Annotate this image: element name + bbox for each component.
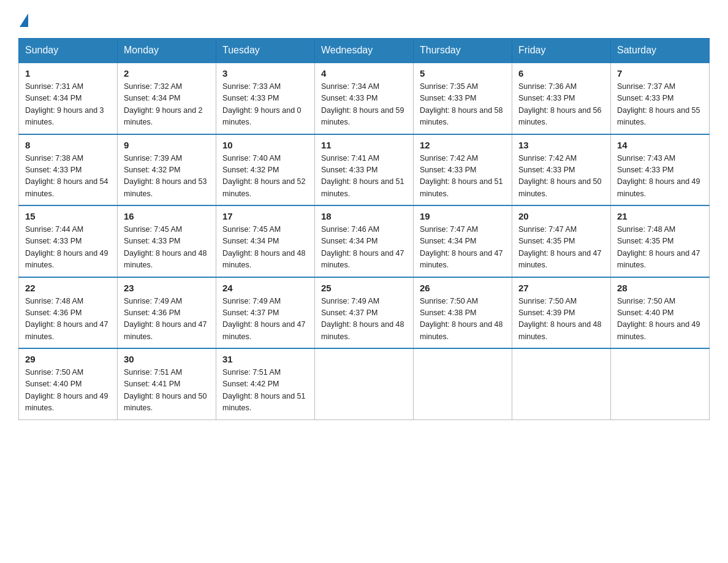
day-number: 17: [222, 211, 308, 221]
day-info: Sunrise: 7:46 AMSunset: 4:34 PMDaylight:…: [321, 224, 407, 272]
calendar-cell: 24 Sunrise: 7:49 AMSunset: 4:37 PMDaylig…: [216, 277, 315, 349]
day-info: Sunrise: 7:43 AMSunset: 4:33 PMDaylight:…: [617, 153, 703, 201]
calendar-cell: 5 Sunrise: 7:35 AMSunset: 4:33 PMDayligh…: [414, 63, 512, 134]
calendar-cell: 20 Sunrise: 7:47 AMSunset: 4:35 PMDaylig…: [512, 205, 611, 277]
day-number: 10: [222, 140, 308, 150]
day-info: Sunrise: 7:36 AMSunset: 4:33 PMDaylight:…: [518, 81, 604, 129]
calendar-cell: 23 Sunrise: 7:49 AMSunset: 4:36 PMDaylig…: [118, 277, 216, 349]
day-number: 9: [124, 140, 210, 150]
day-info: Sunrise: 7:37 AMSunset: 4:33 PMDaylight:…: [617, 81, 703, 129]
calendar-cell: 12 Sunrise: 7:42 AMSunset: 4:33 PMDaylig…: [414, 134, 512, 206]
calendar-cell: 14 Sunrise: 7:43 AMSunset: 4:33 PMDaylig…: [611, 134, 710, 206]
calendar-cell: 21 Sunrise: 7:48 AMSunset: 4:35 PMDaylig…: [611, 205, 710, 277]
calendar-cell: 27 Sunrise: 7:50 AMSunset: 4:39 PMDaylig…: [512, 277, 611, 349]
day-number: 12: [420, 140, 506, 150]
day-number: 24: [222, 283, 308, 293]
calendar-cell: [611, 348, 710, 419]
calendar-cell: 8 Sunrise: 7:38 AMSunset: 4:33 PMDayligh…: [19, 134, 118, 206]
day-info: Sunrise: 7:51 AMSunset: 4:42 PMDaylight:…: [222, 367, 308, 415]
calendar-week-row: 8 Sunrise: 7:38 AMSunset: 4:33 PMDayligh…: [19, 134, 710, 206]
day-number: 4: [321, 68, 407, 79]
day-number: 16: [124, 211, 210, 221]
day-number: 14: [617, 140, 703, 150]
day-number: 30: [124, 354, 210, 364]
calendar-week-row: 22 Sunrise: 7:48 AMSunset: 4:36 PMDaylig…: [19, 277, 710, 349]
calendar-day-header: Sunday: [19, 39, 118, 63]
calendar-cell: 22 Sunrise: 7:48 AMSunset: 4:36 PMDaylig…: [19, 277, 118, 349]
day-info: Sunrise: 7:40 AMSunset: 4:32 PMDaylight:…: [222, 153, 308, 201]
calendar-week-row: 29 Sunrise: 7:50 AMSunset: 4:40 PMDaylig…: [19, 348, 710, 419]
day-number: 7: [617, 68, 703, 79]
day-info: Sunrise: 7:49 AMSunset: 4:37 PMDaylight:…: [222, 296, 308, 343]
day-number: 5: [420, 68, 506, 79]
day-number: 28: [617, 283, 703, 293]
day-info: Sunrise: 7:44 AMSunset: 4:33 PMDaylight:…: [25, 224, 111, 272]
day-number: 22: [25, 283, 111, 293]
day-info: Sunrise: 7:39 AMSunset: 4:32 PMDaylight:…: [124, 153, 210, 201]
calendar-header-row: SundayMondayTuesdayWednesdayThursdayFrid…: [19, 39, 710, 63]
day-info: Sunrise: 7:45 AMSunset: 4:33 PMDaylight:…: [124, 224, 210, 272]
page-header: [18, 12, 710, 27]
day-number: 18: [321, 211, 407, 221]
day-info: Sunrise: 7:49 AMSunset: 4:37 PMDaylight:…: [321, 296, 407, 343]
day-info: Sunrise: 7:42 AMSunset: 4:33 PMDaylight:…: [420, 153, 506, 201]
day-number: 26: [420, 283, 506, 293]
day-info: Sunrise: 7:41 AMSunset: 4:33 PMDaylight:…: [321, 153, 407, 201]
calendar-cell: [512, 348, 611, 419]
day-info: Sunrise: 7:35 AMSunset: 4:33 PMDaylight:…: [420, 81, 506, 129]
calendar-cell: 2 Sunrise: 7:32 AMSunset: 4:34 PMDayligh…: [118, 63, 216, 134]
day-number: 29: [25, 354, 111, 364]
day-info: Sunrise: 7:38 AMSunset: 4:33 PMDaylight:…: [25, 153, 111, 201]
day-number: 1: [25, 68, 111, 79]
calendar-cell: 17 Sunrise: 7:45 AMSunset: 4:34 PMDaylig…: [216, 205, 315, 277]
calendar-cell: 3 Sunrise: 7:33 AMSunset: 4:33 PMDayligh…: [216, 63, 315, 134]
day-number: 25: [321, 283, 407, 293]
day-info: Sunrise: 7:47 AMSunset: 4:35 PMDaylight:…: [518, 224, 604, 272]
day-number: 23: [124, 283, 210, 293]
calendar-week-row: 1 Sunrise: 7:31 AMSunset: 4:34 PMDayligh…: [19, 63, 710, 134]
day-info: Sunrise: 7:50 AMSunset: 4:38 PMDaylight:…: [420, 296, 506, 343]
day-number: 31: [222, 354, 308, 364]
calendar-week-row: 15 Sunrise: 7:44 AMSunset: 4:33 PMDaylig…: [19, 205, 710, 277]
calendar-day-header: Monday: [118, 39, 216, 63]
day-number: 3: [222, 68, 308, 79]
calendar-cell: 31 Sunrise: 7:51 AMSunset: 4:42 PMDaylig…: [216, 348, 315, 419]
calendar-cell: 13 Sunrise: 7:42 AMSunset: 4:33 PMDaylig…: [512, 134, 611, 206]
calendar-cell: 16 Sunrise: 7:45 AMSunset: 4:33 PMDaylig…: [118, 205, 216, 277]
calendar-day-header: Saturday: [611, 39, 710, 63]
calendar-cell: 7 Sunrise: 7:37 AMSunset: 4:33 PMDayligh…: [611, 63, 710, 134]
day-info: Sunrise: 7:50 AMSunset: 4:40 PMDaylight:…: [25, 367, 111, 415]
day-info: Sunrise: 7:50 AMSunset: 4:40 PMDaylight:…: [617, 296, 703, 343]
calendar-cell: 1 Sunrise: 7:31 AMSunset: 4:34 PMDayligh…: [19, 63, 118, 134]
day-number: 6: [518, 68, 604, 79]
day-info: Sunrise: 7:42 AMSunset: 4:33 PMDaylight:…: [518, 153, 604, 201]
calendar-day-header: Thursday: [414, 39, 512, 63]
day-info: Sunrise: 7:32 AMSunset: 4:34 PMDaylight:…: [124, 81, 210, 129]
day-number: 27: [518, 283, 604, 293]
logo-triangle-icon: [20, 13, 28, 27]
calendar-cell: 4 Sunrise: 7:34 AMSunset: 4:33 PMDayligh…: [315, 63, 414, 134]
day-info: Sunrise: 7:34 AMSunset: 4:33 PMDaylight:…: [321, 81, 407, 129]
day-info: Sunrise: 7:45 AMSunset: 4:34 PMDaylight:…: [222, 224, 308, 272]
calendar-cell: 30 Sunrise: 7:51 AMSunset: 4:41 PMDaylig…: [118, 348, 216, 419]
day-number: 11: [321, 140, 407, 150]
calendar-cell: 15 Sunrise: 7:44 AMSunset: 4:33 PMDaylig…: [19, 205, 118, 277]
day-info: Sunrise: 7:48 AMSunset: 4:35 PMDaylight:…: [617, 224, 703, 272]
day-number: 21: [617, 211, 703, 221]
day-info: Sunrise: 7:31 AMSunset: 4:34 PMDaylight:…: [25, 81, 111, 129]
day-number: 13: [518, 140, 604, 150]
calendar-cell: 26 Sunrise: 7:50 AMSunset: 4:38 PMDaylig…: [414, 277, 512, 349]
calendar-cell: 19 Sunrise: 7:47 AMSunset: 4:34 PMDaylig…: [414, 205, 512, 277]
day-info: Sunrise: 7:48 AMSunset: 4:36 PMDaylight:…: [25, 296, 111, 343]
day-info: Sunrise: 7:51 AMSunset: 4:41 PMDaylight:…: [124, 367, 210, 415]
calendar-cell: 28 Sunrise: 7:50 AMSunset: 4:40 PMDaylig…: [611, 277, 710, 349]
calendar-cell: [315, 348, 414, 419]
day-number: 15: [25, 211, 111, 221]
day-info: Sunrise: 7:33 AMSunset: 4:33 PMDaylight:…: [222, 81, 308, 129]
day-info: Sunrise: 7:47 AMSunset: 4:34 PMDaylight:…: [420, 224, 506, 272]
calendar-day-header: Friday: [512, 39, 611, 63]
calendar-table: SundayMondayTuesdayWednesdayThursdayFrid…: [18, 38, 710, 420]
day-number: 2: [124, 68, 210, 79]
calendar-cell: 11 Sunrise: 7:41 AMSunset: 4:33 PMDaylig…: [315, 134, 414, 206]
calendar-cell: 9 Sunrise: 7:39 AMSunset: 4:32 PMDayligh…: [118, 134, 216, 206]
